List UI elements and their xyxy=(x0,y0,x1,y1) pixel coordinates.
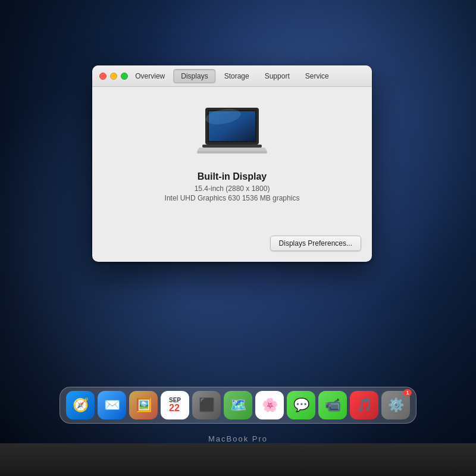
display-size: 15.4-inch (2880 x 1800) xyxy=(165,184,300,193)
tab-overview[interactable]: Overview xyxy=(128,70,172,83)
display-name: Built-in Display xyxy=(165,171,300,182)
dock: 🧭 ✉️ 🖼️ SEP22 ⬛ 🗺️ 🌸 💬 📹 🎵 ⚙️ 1 xyxy=(60,387,416,424)
titlebar: Overview Displays Storage Support Servic… xyxy=(92,65,372,87)
system-prefs-badge: 1 xyxy=(403,389,412,396)
minimize-button[interactable] xyxy=(110,73,117,80)
dock-item-safari[interactable]: 🧭 xyxy=(66,391,95,419)
dock-container: 🧭 ✉️ 🖼️ SEP22 ⬛ 🗺️ 🌸 💬 📹 🎵 ⚙️ 1 xyxy=(0,387,476,424)
dock-item-mail[interactable]: ✉️ xyxy=(98,391,126,419)
svg-point-4 xyxy=(231,109,233,111)
dock-item-messages[interactable]: 💬 xyxy=(287,391,315,419)
dock-item-launchpad[interactable]: ⬛ xyxy=(192,391,221,419)
dock-item-maps[interactable]: 🗺️ xyxy=(224,391,252,419)
display-info: Built-in Display 15.4-inch (2880 x 1800)… xyxy=(165,171,300,203)
about-this-mac-window: Overview Displays Storage Support Servic… xyxy=(92,65,372,262)
tab-storage[interactable]: Storage xyxy=(217,70,256,83)
dock-item-calendar[interactable]: SEP22 xyxy=(161,391,189,419)
maximize-button[interactable] xyxy=(121,73,128,80)
svg-rect-5 xyxy=(202,145,262,148)
physical-bottom-bar xyxy=(0,443,476,476)
dock-item-music[interactable]: 🎵 xyxy=(350,391,378,419)
tab-support[interactable]: Support xyxy=(258,70,297,83)
displays-preferences-button[interactable]: Displays Preferences... xyxy=(270,236,361,251)
display-gpu: Intel UHD Graphics 630 1536 MB graphics xyxy=(165,194,300,202)
dock-item-system-preferences[interactable]: ⚙️ 1 xyxy=(381,391,410,419)
tab-displays[interactable]: Displays xyxy=(173,69,215,83)
macbook-illustration xyxy=(193,105,271,161)
svg-rect-6 xyxy=(197,151,267,154)
traffic-lights xyxy=(99,73,128,80)
dock-item-photos2[interactable]: 🌸 xyxy=(255,391,284,419)
dock-item-photos[interactable]: 🖼️ xyxy=(129,391,158,419)
macbook-label-bar: MacBook Pro xyxy=(0,434,476,443)
tabs-container: Overview Displays Storage Support Servic… xyxy=(128,69,336,83)
window-content: Built-in Display 15.4-inch (2880 x 1800)… xyxy=(92,87,372,227)
close-button[interactable] xyxy=(99,73,107,80)
dock-item-facetime[interactable]: 📹 xyxy=(318,391,347,419)
tab-service[interactable]: Service xyxy=(298,70,336,83)
macbook-label: MacBook Pro xyxy=(208,434,268,443)
